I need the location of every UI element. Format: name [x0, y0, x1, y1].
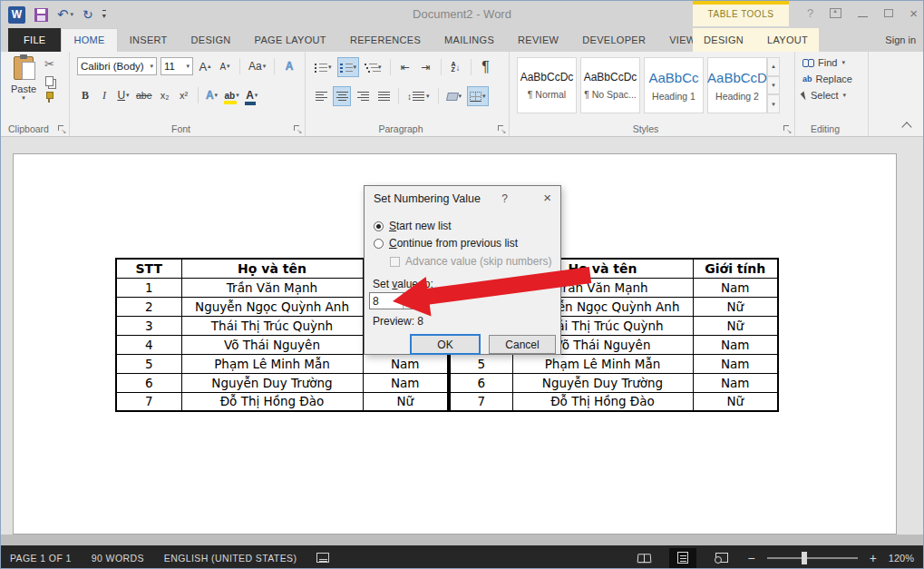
- ribbon-display-options-icon[interactable]: [830, 8, 841, 18]
- styles-dialog-launcher-icon[interactable]: [783, 124, 792, 133]
- multilevel-list-button[interactable]: ▾: [362, 57, 384, 77]
- tab-mailings[interactable]: MAILINGS: [433, 28, 506, 52]
- horizontal-scrollbar[interactable]: [1, 535, 923, 545]
- table-header-cell[interactable]: STT: [116, 259, 181, 278]
- page-count-indicator[interactable]: PAGE 1 OF 1: [10, 553, 72, 564]
- maximize-icon[interactable]: [884, 9, 893, 17]
- dialog-help-icon[interactable]: ?: [501, 192, 508, 205]
- spinner-down-icon[interactable]: ▼: [403, 293, 416, 309]
- line-spacing-button[interactable]: ↕▾: [404, 86, 433, 106]
- borders-button[interactable]: ▾: [467, 86, 489, 106]
- highlight-color-button[interactable]: ab▾: [223, 86, 241, 104]
- minimize-icon[interactable]: [858, 16, 868, 17]
- font-name-combo[interactable]: Calibri (Body)▾: [77, 57, 157, 75]
- table-cell[interactable]: Nam: [693, 278, 778, 297]
- table-cell[interactable]: Đỗ Thị Hồng Đào: [512, 392, 693, 411]
- table-header-cell[interactable]: Họ và tên: [181, 259, 363, 278]
- ok-button[interactable]: OK: [410, 334, 481, 355]
- context-tab-design[interactable]: DESIGN: [692, 28, 755, 52]
- context-tab-layout[interactable]: LAYOUT: [755, 28, 820, 52]
- close-icon[interactable]: ×: [909, 8, 918, 19]
- align-left-button[interactable]: [312, 86, 330, 106]
- word-count-indicator[interactable]: 90 WORDS: [92, 553, 144, 564]
- clipboard-dialog-launcher-icon[interactable]: [57, 124, 66, 133]
- copy-icon[interactable]: [45, 76, 53, 86]
- align-center-button[interactable]: [333, 86, 351, 106]
- underline-button[interactable]: U▾: [115, 86, 131, 104]
- table-cell[interactable]: 6: [450, 373, 512, 392]
- styles-scroll-up-icon[interactable]: ▲: [767, 57, 780, 76]
- tab-file[interactable]: FILE: [8, 28, 61, 52]
- set-value-spinner[interactable]: 8 ▼: [369, 292, 417, 309]
- strikethrough-button[interactable]: abe: [134, 86, 154, 104]
- table-cell[interactable]: Nguyễn Duy Trường: [181, 373, 363, 392]
- bullets-button[interactable]: ▾: [312, 57, 335, 77]
- tab-design[interactable]: DESIGN: [180, 28, 243, 52]
- style-card[interactable]: AaBbCcDc¶ No Spac...: [580, 57, 640, 113]
- font-size-combo[interactable]: 11▾: [160, 57, 193, 75]
- help-icon[interactable]: ?: [807, 6, 813, 20]
- table-cell[interactable]: Nam: [693, 335, 778, 354]
- tab-home[interactable]: HOME: [61, 28, 117, 52]
- cut-icon[interactable]: ✂: [44, 57, 54, 71]
- paste-button[interactable]: Paste ▾: [6, 56, 41, 120]
- text-effects-button[interactable]: A▾: [204, 86, 220, 104]
- zoom-slider[interactable]: [767, 557, 858, 559]
- table-cell[interactable]: Nữ: [693, 392, 778, 411]
- table-cell[interactable]: Nguyễn Ngọc Quỳnh Anh: [181, 297, 363, 316]
- style-card[interactable]: AaBbCcDHeading 2: [707, 57, 767, 113]
- align-right-button[interactable]: [354, 86, 372, 106]
- shrink-font-button[interactable]: A▾: [217, 57, 233, 75]
- change-case-button[interactable]: Aa▾: [247, 57, 267, 75]
- sign-in-link[interactable]: Sign in: [885, 28, 916, 52]
- table-header-cell[interactable]: Giới tính: [693, 259, 778, 278]
- table-cell[interactable]: 7: [450, 392, 512, 411]
- font-color-button[interactable]: A▾: [244, 86, 260, 104]
- tab-references[interactable]: REFERENCES: [338, 28, 433, 52]
- dialog-close-icon[interactable]: ×: [543, 190, 551, 205]
- table-cell[interactable]: Nam: [363, 354, 448, 373]
- increase-indent-button[interactable]: ⇥: [417, 57, 435, 77]
- show-hide-pilcrow-button[interactable]: ¶: [477, 57, 495, 77]
- table-cell[interactable]: Nam: [693, 373, 778, 392]
- format-painter-icon[interactable]: [44, 92, 53, 103]
- table-cell[interactable]: 6: [116, 373, 181, 392]
- styles-more-icon[interactable]: ▼: [767, 94, 780, 113]
- table-cell[interactable]: Nữ: [363, 392, 448, 411]
- table-cell[interactable]: 7: [116, 392, 181, 411]
- styles-scroll-down-icon[interactable]: ▼: [767, 76, 780, 95]
- justify-button[interactable]: [374, 86, 393, 106]
- find-button[interactable]: Find▾: [802, 57, 852, 68]
- superscript-button[interactable]: x²: [176, 86, 192, 104]
- table-cell[interactable]: Nam: [363, 373, 448, 392]
- table-cell[interactable]: 1: [116, 278, 181, 297]
- table-cell[interactable]: Trần Văn Mạnh: [181, 278, 363, 297]
- table-cell[interactable]: Phạm Lê Minh Mẫn: [181, 354, 363, 373]
- select-button[interactable]: Select▾: [802, 90, 852, 101]
- tab-developer[interactable]: DEVELOPER: [570, 28, 657, 52]
- cancel-button[interactable]: Cancel: [489, 335, 556, 354]
- tab-review[interactable]: REVIEW: [506, 28, 570, 52]
- collapse-ribbon-icon[interactable]: [901, 122, 911, 132]
- table-cell[interactable]: 2: [116, 297, 181, 316]
- table-cell[interactable]: Phạm Lê Minh Mẫn: [512, 354, 693, 373]
- web-layout-button[interactable]: [708, 548, 735, 568]
- table-cell[interactable]: Nam: [693, 354, 778, 373]
- table-cell[interactable]: Đỗ Thị Hồng Đào: [181, 392, 363, 411]
- font-dialog-launcher-icon[interactable]: [293, 124, 302, 133]
- table-cell[interactable]: Nữ: [693, 316, 778, 335]
- numbering-button[interactable]: ▾: [337, 57, 360, 77]
- bold-button[interactable]: B: [77, 86, 93, 104]
- table-cell[interactable]: Nữ: [693, 297, 778, 316]
- style-card[interactable]: AaBbCcDc¶ Normal: [517, 57, 577, 113]
- style-card[interactable]: AaBbCcHeading 1: [644, 57, 704, 113]
- table-cell[interactable]: Võ Thái Nguyên: [181, 335, 363, 354]
- tab-insert[interactable]: INSERT: [118, 28, 180, 52]
- decrease-indent-button[interactable]: ⇤: [396, 57, 414, 77]
- replace-button[interactable]: abReplace: [802, 74, 852, 84]
- paragraph-dialog-launcher-icon[interactable]: [497, 124, 506, 133]
- zoom-out-button[interactable]: −: [747, 551, 754, 565]
- table-cell[interactable]: 4: [116, 335, 181, 354]
- clear-formatting-button[interactable]: A: [281, 57, 297, 75]
- grow-font-button[interactable]: A▴: [197, 57, 213, 75]
